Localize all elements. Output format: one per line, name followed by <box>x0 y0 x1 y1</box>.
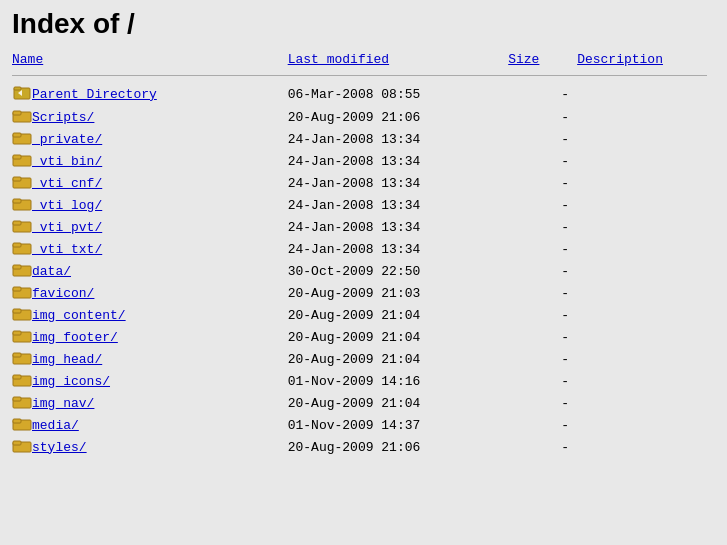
folder-icon <box>12 349 32 369</box>
folder-icon <box>12 261 32 281</box>
file-size: - <box>508 216 577 238</box>
file-description <box>577 414 715 436</box>
folder-icon <box>12 173 32 193</box>
svg-rect-1 <box>14 87 21 90</box>
file-date: 01-Nov-2009 14:37 <box>288 414 509 436</box>
table-row: img_head/20-Aug-2009 21:04- <box>12 348 715 370</box>
svg-rect-20 <box>13 287 21 291</box>
file-description <box>577 216 715 238</box>
file-link[interactable]: favicon/ <box>32 286 94 301</box>
file-link[interactable]: Scripts/ <box>32 110 94 125</box>
file-description <box>577 238 715 260</box>
folder-icon <box>12 107 32 127</box>
file-link[interactable]: _vti_pvt/ <box>32 220 102 235</box>
table-row: img_nav/20-Aug-2009 21:04- <box>12 392 715 414</box>
file-date: 20-Aug-2009 21:04 <box>288 348 509 370</box>
file-link[interactable]: _vti_cnf/ <box>32 176 102 191</box>
file-date: 20-Aug-2009 21:03 <box>288 282 509 304</box>
file-link[interactable]: img_head/ <box>32 352 102 367</box>
file-size: - <box>508 414 577 436</box>
svg-rect-8 <box>13 155 21 159</box>
folder-icon <box>12 415 32 435</box>
folder-icon <box>12 371 32 391</box>
table-row: _private/24-Jan-2008 13:34- <box>12 128 715 150</box>
col-desc-header[interactable]: Description <box>577 52 663 67</box>
svg-rect-16 <box>13 243 21 247</box>
file-size: - <box>508 348 577 370</box>
file-link[interactable]: data/ <box>32 264 71 279</box>
file-date: 20-Aug-2009 21:06 <box>288 106 509 128</box>
file-date: 24-Jan-2008 13:34 <box>288 216 509 238</box>
file-size: - <box>508 106 577 128</box>
file-link[interactable]: _private/ <box>32 132 102 147</box>
file-size: - <box>508 194 577 216</box>
col-name-header[interactable]: Name <box>12 52 43 67</box>
svg-rect-30 <box>13 397 21 401</box>
file-link[interactable]: _vti_txt/ <box>32 242 102 257</box>
file-description <box>577 106 715 128</box>
file-description <box>577 194 715 216</box>
svg-rect-26 <box>13 353 21 357</box>
file-description <box>577 370 715 392</box>
folder-icon <box>12 217 32 237</box>
table-row: _vti_pvt/24-Jan-2008 13:34- <box>12 216 715 238</box>
file-description <box>577 172 715 194</box>
file-description <box>577 348 715 370</box>
file-date: 24-Jan-2008 13:34 <box>288 194 509 216</box>
file-link[interactable]: img_icons/ <box>32 374 110 389</box>
file-date: 24-Jan-2008 13:34 <box>288 128 509 150</box>
file-size: - <box>508 282 577 304</box>
file-description <box>577 282 715 304</box>
col-date-header[interactable]: Last modified <box>288 52 389 67</box>
col-size-header[interactable]: Size <box>508 52 539 67</box>
file-date: 20-Aug-2009 21:04 <box>288 326 509 348</box>
file-size: - <box>508 128 577 150</box>
folder-icon <box>12 393 32 413</box>
table-row: _vti_bin/24-Jan-2008 13:34- <box>12 150 715 172</box>
file-description <box>577 304 715 326</box>
table-row: media/01-Nov-2009 14:37- <box>12 414 715 436</box>
file-description <box>577 128 715 150</box>
folder-icon <box>12 239 32 259</box>
file-link[interactable]: img_footer/ <box>32 330 118 345</box>
folder-icon <box>12 129 32 149</box>
file-link[interactable]: _vti_bin/ <box>32 154 102 169</box>
file-date: 01-Nov-2009 14:16 <box>288 370 509 392</box>
folder-icon <box>12 151 32 171</box>
file-description <box>577 260 715 282</box>
table-row: _vti_txt/24-Jan-2008 13:34- <box>12 238 715 260</box>
file-link[interactable]: _vti_log/ <box>32 198 102 213</box>
parent-dir-icon <box>12 83 32 105</box>
file-link[interactable]: img_nav/ <box>32 396 94 411</box>
svg-rect-14 <box>13 221 21 225</box>
file-size: - <box>508 392 577 414</box>
file-size: - <box>508 304 577 326</box>
file-link[interactable]: Parent Directory <box>32 87 157 102</box>
table-row: styles/20-Aug-2009 21:06- <box>12 436 715 458</box>
folder-icon <box>12 327 32 347</box>
folder-icon <box>12 437 32 457</box>
file-description <box>577 326 715 348</box>
file-description <box>577 82 715 106</box>
file-link[interactable]: img_content/ <box>32 308 126 323</box>
file-size: - <box>508 260 577 282</box>
svg-rect-18 <box>13 265 21 269</box>
svg-rect-28 <box>13 375 21 379</box>
file-link[interactable]: media/ <box>32 418 79 433</box>
table-row: _vti_cnf/24-Jan-2008 13:34- <box>12 172 715 194</box>
folder-icon <box>12 305 32 325</box>
folder-icon <box>12 195 32 215</box>
file-link[interactable]: styles/ <box>32 440 87 455</box>
svg-rect-32 <box>13 419 21 423</box>
svg-rect-12 <box>13 199 21 203</box>
file-date: 20-Aug-2009 21:04 <box>288 392 509 414</box>
page-title: Index of / <box>12 8 715 40</box>
file-date: 24-Jan-2008 13:34 <box>288 150 509 172</box>
file-size: - <box>508 326 577 348</box>
folder-icon <box>12 283 32 303</box>
table-row: Parent Directory06-Mar-2008 08:55- <box>12 82 715 106</box>
file-size: - <box>508 172 577 194</box>
file-size: - <box>508 82 577 106</box>
svg-rect-4 <box>13 111 21 115</box>
table-row: favicon/20-Aug-2009 21:03- <box>12 282 715 304</box>
